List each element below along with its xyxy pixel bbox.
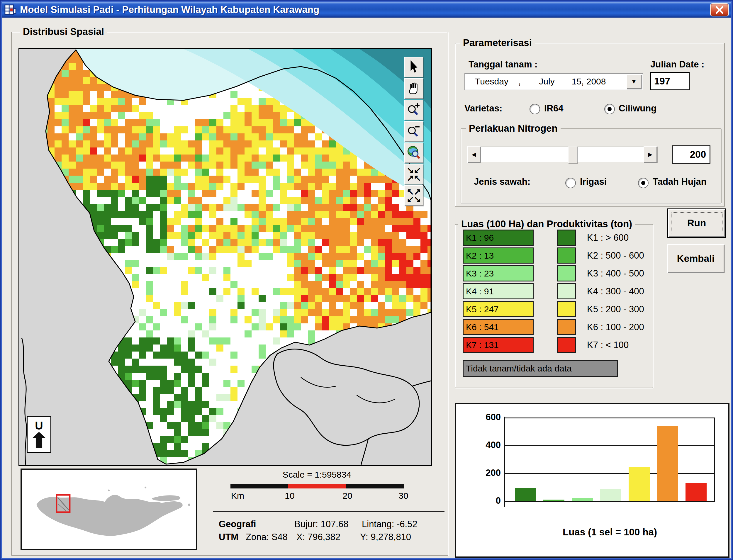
chart-ytick-600: 600 (468, 412, 501, 422)
legend-swatch-K3 (557, 265, 576, 281)
slider-right-button[interactable]: ► (644, 146, 657, 163)
kembali-button[interactable]: Kembali (667, 244, 724, 273)
scale-text: Scale = 1:595834 (258, 470, 376, 480)
geo-utm-x: X: 796,382 (296, 532, 340, 542)
legend-group-title: Luas (100 Ha) dan Produktivitas (ton) (458, 218, 635, 230)
zoom-in-tool-button[interactable] (404, 100, 423, 120)
legend-area-label-K1: K1 : 96 (466, 233, 494, 243)
chart-bar-K7 (686, 483, 707, 501)
radio-tadah-hujan-label[interactable]: Tadah Hujan (653, 177, 707, 187)
legend-swatch-K2 (557, 247, 576, 264)
scalebar-seg-3 (346, 484, 404, 488)
slider-track[interactable] (481, 147, 644, 162)
close-icon (715, 6, 724, 14)
julian-date-label: Julian Date : (650, 59, 704, 70)
geo-system-2: UTM (219, 532, 238, 542)
legend-swatch-K6 (557, 319, 576, 335)
date-rest: 15, 2008 (572, 77, 606, 86)
zoom-out-tool-button[interactable] (404, 121, 423, 142)
geo-divider (213, 511, 444, 512)
chart-gridline-400 (505, 445, 715, 446)
title-bar[interactable]: Model Simulasi Padi - Perhitungan Wilaya… (2, 2, 731, 18)
run-button-label: Run (687, 218, 706, 229)
legend-area-bar-K6: K6 : 541 (463, 319, 534, 335)
close-button[interactable] (710, 3, 729, 16)
slider-thumb[interactable] (568, 147, 577, 163)
legend-range-label-K4: K4 : 300 - 400 (587, 286, 644, 297)
chevron-down-icon: ▼ (631, 78, 637, 85)
legend-range-label-K6: K6 : 100 - 200 (587, 322, 644, 332)
legend-area-label-K4: K4 : 91 (466, 286, 494, 296)
scalebar-tick-20: 20 (339, 491, 356, 501)
radio-tadah-hujan[interactable] (638, 178, 649, 188)
legend-area-bar-K3: K3 : 23 (463, 265, 534, 281)
legend-range-label-K1: K1 : > 600 (587, 233, 629, 243)
madura-island-silhouette (152, 495, 180, 501)
legend-swatch-K4 (557, 283, 576, 299)
geo-system-1: Geografi (219, 519, 256, 530)
hand-icon (407, 81, 420, 96)
expand-extent-tool-button[interactable]: ↖↗↙↘ (404, 185, 423, 206)
legend-area-label-K7: K7 : 131 (466, 340, 499, 350)
legend-area-bar-K4: K4 : 91 (463, 283, 534, 299)
legend-area-label-K6: K6 : 541 (466, 322, 499, 332)
geo-utm-y: Y: 9,278,810 (360, 532, 411, 542)
radio-irigasi-label[interactable]: Irigasi (580, 177, 607, 187)
pan-tool-button[interactable] (404, 78, 423, 99)
varietas-label: Varietas: (464, 103, 502, 114)
zoom-full-extent-tool-button[interactable] (404, 142, 423, 163)
geo-zona: Zona: S48 (246, 532, 288, 542)
jenis-sawah-label: Jenis sawah: (474, 177, 530, 187)
north-label: U (35, 420, 43, 431)
radio-ir64[interactable] (530, 104, 540, 114)
zoom-to-selection-tool-button[interactable]: ↘↙↗↖ (404, 164, 423, 184)
chart-ytick-400: 400 (468, 440, 501, 450)
spatial-group-title: Distribusi Spasial (20, 26, 107, 38)
legend-swatch-K5 (557, 301, 576, 317)
scalebar-seg-2 (288, 484, 346, 488)
arrow-right-icon: ► (647, 150, 654, 159)
legend-range-label-K2: K2 : 500 - 600 (587, 250, 644, 261)
tanggal-tanam-combobox[interactable]: Tuesday , July 15, 2008 ▼ (464, 73, 643, 90)
cursor-arrow-icon (407, 60, 420, 74)
legend-area-bar-K2: K2 : 13 (463, 247, 534, 264)
north-arrow-icon (32, 432, 46, 448)
java-island-map (22, 470, 196, 549)
slider-left-button[interactable]: ◄ (467, 146, 481, 163)
chart-bar-K1 (515, 488, 536, 501)
legend-area-bar-K5: K5 : 247 (463, 301, 534, 317)
chart-right-border (714, 418, 715, 501)
legend-range-label-K3: K3 : 400 - 500 (587, 268, 644, 279)
map-canvas[interactable]: ↘↙↗↖↖↗↙↘ U (18, 48, 432, 466)
geo-bujur: Bujur: 107.68 (294, 519, 348, 530)
chart-y-axis (504, 417, 505, 507)
radio-ciliwung[interactable] (604, 104, 615, 114)
radio-irigasi[interactable] (565, 178, 576, 188)
arrow-left-icon: ◄ (470, 150, 477, 159)
radio-ir64-label[interactable]: IR64 (544, 103, 563, 114)
app-icon (4, 4, 16, 16)
legend-area-bar-K1: K1 : 96 (463, 230, 534, 246)
chart-gridline-600 (505, 418, 715, 418)
legend-range-label-K7: K7 : < 100 (587, 340, 629, 350)
nitrogen-slider[interactable]: ◄ ► (467, 146, 657, 163)
nitrogen-value-field[interactable]: 200 (672, 145, 710, 164)
radio-ciliwung-label[interactable]: Ciliwung (619, 103, 656, 114)
chart-baseline (504, 501, 715, 502)
run-button[interactable]: Run (667, 208, 726, 238)
area-productivity-chart: 0200400600 Luas (1 sel = 100 ha) (455, 403, 729, 558)
scalebar-seg-1 (230, 484, 288, 488)
legend-no-data: Tidak tanam/tidak ada data (463, 360, 618, 377)
combobox-dropdown-button[interactable]: ▼ (626, 74, 642, 89)
legend-area-bar-K7: K7 : 131 (463, 337, 534, 353)
geo-lintang: Lintang: -6.52 (362, 519, 418, 530)
legend-area-label-K5: K5 : 247 (466, 304, 499, 314)
julian-date-field[interactable]: 197 (650, 72, 690, 90)
overview-map[interactable] (21, 469, 197, 550)
params-group-title: Parameterisasi (460, 37, 535, 49)
window-title: Model Simulasi Padi - Perhitungan Wilaya… (20, 4, 319, 15)
legend-no-data-label: Tidak tanam/tidak ada data (466, 364, 572, 374)
north-arrow-box: U (27, 416, 51, 453)
date-comma: , (518, 77, 521, 86)
select-tool-button[interactable] (404, 57, 423, 77)
